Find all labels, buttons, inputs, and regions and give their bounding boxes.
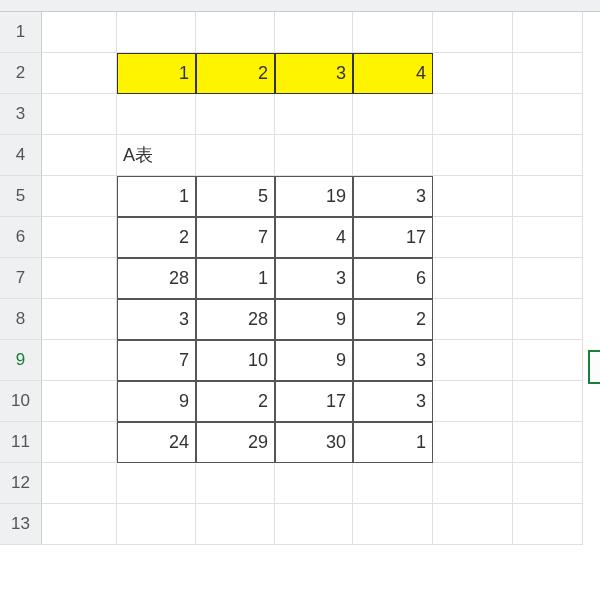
cell-A4[interactable]: [42, 135, 117, 176]
cell-G10[interactable]: [513, 381, 583, 422]
cell-D2[interactable]: 3: [275, 53, 353, 94]
cell-G5[interactable]: [513, 176, 583, 217]
cell-F12[interactable]: [433, 463, 513, 504]
row-header-11[interactable]: 11: [0, 422, 42, 463]
cell-B1[interactable]: [117, 12, 196, 53]
cell-D11[interactable]: 30: [275, 422, 353, 463]
cell-G11[interactable]: [513, 422, 583, 463]
cell-E8[interactable]: 2: [353, 299, 433, 340]
row-header-8[interactable]: 8: [0, 299, 42, 340]
cell-G2[interactable]: [513, 53, 583, 94]
cell-F2[interactable]: [433, 53, 513, 94]
cell-E7[interactable]: 6: [353, 258, 433, 299]
cell-C8[interactable]: 28: [196, 299, 275, 340]
cell-E13[interactable]: [353, 504, 433, 545]
cell-F6[interactable]: [433, 217, 513, 258]
cell-B2[interactable]: 1: [117, 53, 196, 94]
cell-F11[interactable]: [433, 422, 513, 463]
cell-D13[interactable]: [275, 504, 353, 545]
cell-E11[interactable]: 1: [353, 422, 433, 463]
cell-B3[interactable]: [117, 94, 196, 135]
cell-A5[interactable]: [42, 176, 117, 217]
cell-A9[interactable]: [42, 340, 117, 381]
row-header-4[interactable]: 4: [0, 135, 42, 176]
cell-B13[interactable]: [117, 504, 196, 545]
cell-D10[interactable]: 17: [275, 381, 353, 422]
cell-E10[interactable]: 3: [353, 381, 433, 422]
cell-B6[interactable]: 2: [117, 217, 196, 258]
cell-B10[interactable]: 9: [117, 381, 196, 422]
row-header-12[interactable]: 12: [0, 463, 42, 504]
cell-G3[interactable]: [513, 94, 583, 135]
cell-C12[interactable]: [196, 463, 275, 504]
cell-B4-table-label[interactable]: A表: [117, 135, 196, 176]
cell-F8[interactable]: [433, 299, 513, 340]
cell-A11[interactable]: [42, 422, 117, 463]
cell-F10[interactable]: [433, 381, 513, 422]
cell-A3[interactable]: [42, 94, 117, 135]
cell-G9[interactable]: [513, 340, 583, 381]
cell-A8[interactable]: [42, 299, 117, 340]
cell-D7[interactable]: 3: [275, 258, 353, 299]
cell-B5[interactable]: 1: [117, 176, 196, 217]
cell-E5[interactable]: 3: [353, 176, 433, 217]
cell-A6[interactable]: [42, 217, 117, 258]
cell-G4[interactable]: [513, 135, 583, 176]
row-header-5[interactable]: 5: [0, 176, 42, 217]
cell-C1[interactable]: [196, 12, 275, 53]
row-header-1[interactable]: 1: [0, 12, 42, 53]
cell-C7[interactable]: 1: [196, 258, 275, 299]
cell-B11[interactable]: 24: [117, 422, 196, 463]
cell-F9[interactable]: [433, 340, 513, 381]
cell-E4[interactable]: [353, 135, 433, 176]
cell-A2[interactable]: [42, 53, 117, 94]
cell-B12[interactable]: [117, 463, 196, 504]
cell-F1[interactable]: [433, 12, 513, 53]
cell-B7[interactable]: 28: [117, 258, 196, 299]
cell-A12[interactable]: [42, 463, 117, 504]
cell-E6[interactable]: 17: [353, 217, 433, 258]
cell-F13[interactable]: [433, 504, 513, 545]
cell-D8[interactable]: 9: [275, 299, 353, 340]
cell-C10[interactable]: 2: [196, 381, 275, 422]
cell-B8[interactable]: 3: [117, 299, 196, 340]
cell-E1[interactable]: [353, 12, 433, 53]
row-header-9[interactable]: 9: [0, 340, 42, 381]
cell-D4[interactable]: [275, 135, 353, 176]
cell-A10[interactable]: [42, 381, 117, 422]
row-header-7[interactable]: 7: [0, 258, 42, 299]
cell-D6[interactable]: 4: [275, 217, 353, 258]
cell-A1[interactable]: [42, 12, 117, 53]
cell-F3[interactable]: [433, 94, 513, 135]
cell-G13[interactable]: [513, 504, 583, 545]
cell-G6[interactable]: [513, 217, 583, 258]
cell-C6[interactable]: 7: [196, 217, 275, 258]
cell-F4[interactable]: [433, 135, 513, 176]
cell-F5[interactable]: [433, 176, 513, 217]
row-header-13[interactable]: 13: [0, 504, 42, 545]
cell-B9[interactable]: 7: [117, 340, 196, 381]
cell-C3[interactable]: [196, 94, 275, 135]
row-header-2[interactable]: 2: [0, 53, 42, 94]
cell-E2[interactable]: 4: [353, 53, 433, 94]
cell-D12[interactable]: [275, 463, 353, 504]
cell-E3[interactable]: [353, 94, 433, 135]
cell-C9[interactable]: 10: [196, 340, 275, 381]
cell-G7[interactable]: [513, 258, 583, 299]
row-header-3[interactable]: 3: [0, 94, 42, 135]
cell-C13[interactable]: [196, 504, 275, 545]
cell-A7[interactable]: [42, 258, 117, 299]
cell-G1[interactable]: [513, 12, 583, 53]
cell-C11[interactable]: 29: [196, 422, 275, 463]
cell-D5[interactable]: 19: [275, 176, 353, 217]
row-header-10[interactable]: 10: [0, 381, 42, 422]
row-header-6[interactable]: 6: [0, 217, 42, 258]
cell-A13[interactable]: [42, 504, 117, 545]
cell-C5[interactable]: 5: [196, 176, 275, 217]
cell-D3[interactable]: [275, 94, 353, 135]
cell-D9[interactable]: 9: [275, 340, 353, 381]
cell-C4[interactable]: [196, 135, 275, 176]
cell-E9[interactable]: 3: [353, 340, 433, 381]
cell-G12[interactable]: [513, 463, 583, 504]
cell-G8[interactable]: [513, 299, 583, 340]
